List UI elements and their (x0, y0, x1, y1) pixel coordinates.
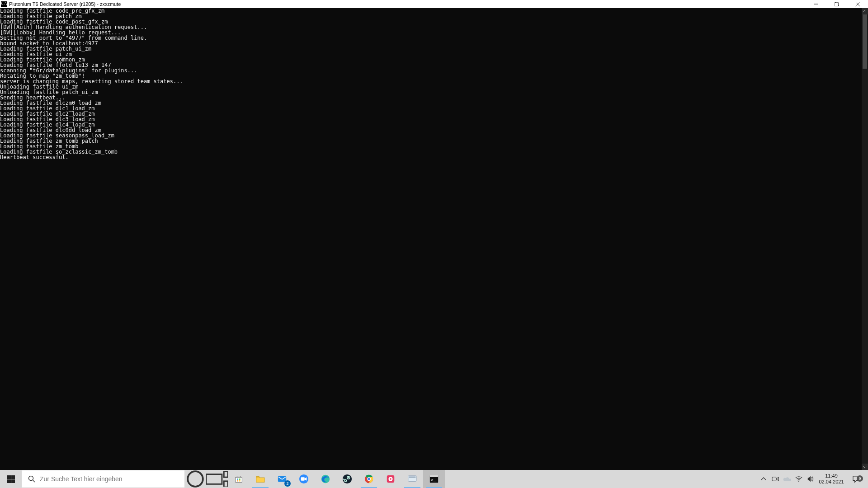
minimize-button[interactable] (806, 0, 826, 8)
store-icon (233, 474, 244, 484)
titlebar[interactable]: C:\ Plutonium T6 Dedicated Server (r1205… (0, 0, 868, 8)
svg-rect-31 (430, 475, 438, 477)
console-line: Loading fastfile dlc1_load_zm (0, 106, 862, 111)
taskbar-app-chrome[interactable] (358, 470, 380, 488)
svg-rect-9 (224, 481, 228, 487)
svg-point-34 (798, 481, 799, 482)
app-icon (385, 474, 396, 484)
svg-point-24 (368, 478, 370, 480)
svg-rect-29 (409, 477, 416, 478)
vertical-scrollbar[interactable] (862, 8, 868, 470)
scroll-up-button[interactable] (862, 8, 868, 14)
console-line: Loading fastfile dlc4_load_zm (0, 122, 862, 127)
console-line: [DW][Auth] Handling authentication reque… (0, 24, 862, 30)
svg-rect-16 (301, 477, 305, 480)
taskbar-app-file-explorer[interactable] (250, 470, 271, 488)
window-title: Plutonium T6 Dedicated Server (r1205) - … (9, 1, 121, 7)
svg-rect-3 (7, 479, 11, 483)
svg-text:>_: >_ (431, 478, 436, 482)
console-line: Loading fastfile dlc2_load_zm (0, 111, 862, 117)
cortana-button[interactable] (184, 470, 206, 488)
mail-badge: 2 (284, 480, 291, 487)
svg-point-18 (343, 474, 352, 483)
console-line: bound socket to localhost:4977 (0, 41, 862, 46)
scroll-down-button[interactable] (862, 464, 868, 470)
action-center-badge: 9 (857, 475, 863, 482)
wifi-icon (795, 476, 802, 482)
taskbar-app-mail[interactable]: 2 (271, 470, 293, 488)
console-output[interactable]: Loading fastfile code_pre_gfx_zmLoading … (0, 8, 862, 470)
svg-rect-1 (7, 475, 11, 479)
console-line: server is changing maps, resetting store… (0, 79, 862, 84)
taskbar-app-steam[interactable] (336, 470, 358, 488)
maximize-button[interactable] (826, 0, 847, 8)
tray-overflow-button[interactable] (758, 470, 769, 488)
svg-point-27 (390, 478, 392, 480)
svg-rect-4 (11, 479, 15, 483)
cmd-app-icon: C:\ (1, 1, 7, 7)
chevron-up-icon (761, 477, 766, 481)
taskbar-app-edge[interactable] (315, 470, 336, 488)
action-center-button[interactable]: 9 (846, 475, 865, 483)
chrome-icon (363, 474, 374, 484)
svg-rect-12 (237, 480, 238, 482)
svg-rect-8 (224, 471, 228, 477)
start-button[interactable] (0, 470, 22, 488)
console-line: Loading fastfile common_zm (0, 57, 862, 62)
chevron-down-icon (863, 465, 867, 469)
tray-volume[interactable] (805, 470, 816, 488)
search-icon (28, 475, 35, 483)
clock-time: 11:49 (825, 473, 838, 479)
tray-onedrive[interactable] (781, 470, 793, 488)
console-line: Loading fastfile code_pre_gfx_zm (0, 8, 862, 14)
cortana-icon (184, 468, 206, 488)
console-line: Loading fastfile patch_ui_zm (0, 46, 862, 52)
console-line: Unloading fastfile patch_ui_zm (0, 89, 862, 95)
tray-meet-now[interactable] (769, 470, 781, 488)
tray-wifi[interactable] (793, 470, 805, 488)
task-view-icon (206, 471, 228, 487)
app-icon (407, 474, 418, 484)
taskbar-app-generic-2[interactable] (401, 470, 423, 488)
taskbar-app-zoom[interactable] (293, 470, 315, 488)
scroll-track[interactable] (862, 14, 868, 464)
taskbar-clock[interactable]: 11:49 02.04.2021 (816, 473, 846, 485)
taskbar: 2 >_ (0, 470, 868, 488)
console-line: Loading fastfile zm_tomb_patch (0, 138, 862, 144)
console-client-area[interactable]: Loading fastfile code_pre_gfx_zmLoading … (0, 8, 868, 470)
minimize-icon (814, 2, 818, 6)
close-icon (855, 2, 860, 6)
cmd-icon: >_ (429, 474, 439, 484)
console-line: Heartbeat successful. (0, 155, 862, 160)
console-line: Loading fastfile so_zclassic_zm_tomb (0, 149, 862, 155)
console-line: Loading fastfile zm_tomb (0, 144, 862, 149)
taskbar-app-generic-1[interactable] (380, 470, 401, 488)
console-line: Loading fastfile seasonpass_load_zm (0, 133, 862, 138)
svg-point-6 (188, 471, 203, 487)
console-line: Loading fastfile patch_zm (0, 14, 862, 19)
clock-date: 02.04.2021 (819, 479, 844, 485)
speaker-icon (807, 475, 814, 483)
task-view-button[interactable] (206, 470, 228, 488)
search-input[interactable] (40, 470, 184, 488)
console-line: Setting net_port to "4977" from command … (0, 35, 862, 41)
svg-point-5 (29, 476, 33, 481)
scroll-thumb[interactable] (863, 14, 867, 69)
camera-icon (772, 475, 779, 483)
taskbar-app-cmd[interactable]: >_ (423, 470, 445, 488)
windows-logo-icon (7, 475, 15, 483)
edge-icon (320, 474, 331, 484)
console-line: Loading fastfile dlczm0_load_zm (0, 100, 862, 106)
svg-rect-2 (11, 475, 15, 479)
restore-icon (835, 2, 839, 6)
svg-rect-13 (239, 480, 241, 482)
close-button[interactable] (847, 0, 868, 8)
chevron-up-icon (863, 9, 867, 13)
svg-rect-11 (239, 479, 241, 480)
console-line: Loading fastfile dlc0dd_load_zm (0, 127, 862, 133)
taskbar-app-microsoft-store[interactable] (228, 470, 250, 488)
svg-rect-10 (237, 479, 238, 480)
cloud-icon (783, 476, 791, 482)
taskbar-search[interactable] (22, 470, 184, 488)
folder-icon (255, 474, 266, 484)
